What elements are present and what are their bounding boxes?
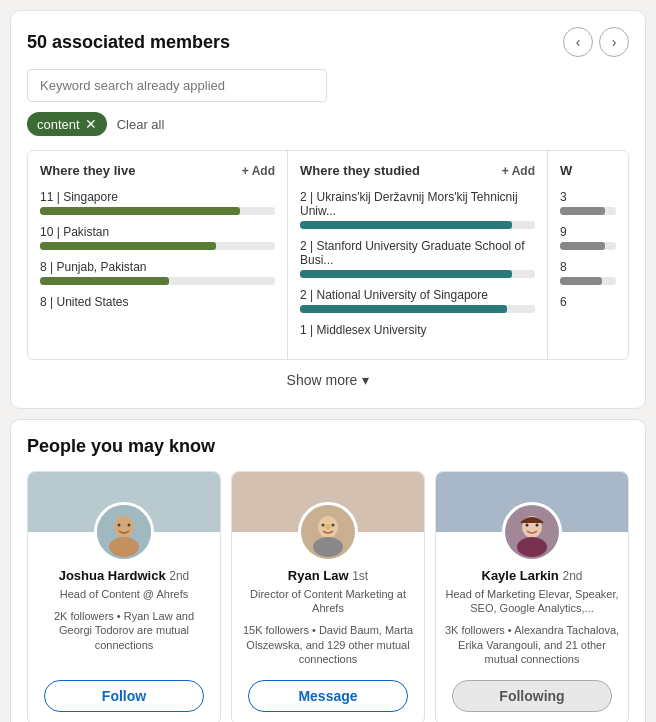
svg-point-9: [332, 524, 335, 527]
studied-bar-3-fill: [300, 305, 507, 313]
studied-item-2-label: 2 | Stanford University Graduate School …: [300, 239, 535, 267]
person-name-1: Ryan Law 1st: [232, 568, 424, 585]
follow-button-0[interactable]: Follow: [44, 680, 204, 712]
tag-label: content: [37, 117, 80, 132]
filters-grid: Where they live + Add 11 | Singapore 10 …: [27, 150, 629, 360]
avatar-0: [94, 502, 154, 562]
where-they-live-add-btn[interactable]: + Add: [242, 164, 275, 178]
nav-buttons: ‹ ›: [563, 27, 629, 57]
avatar-2: [502, 502, 562, 562]
third-item-1-label: 3: [560, 190, 616, 204]
studied-item-3-label: 2 | National University of Singapore: [300, 288, 535, 302]
keyword-search-input[interactable]: [27, 69, 327, 102]
live-item-3-label: 8 | Punjab, Pakistan: [40, 260, 275, 274]
studied-bar-2-fill: [300, 270, 512, 278]
studied-bar-3-bg: [300, 305, 535, 313]
studied-bar-2-bg: [300, 270, 535, 278]
people-grid: Joshua Hardwick 2nd Head of Content @ Ah…: [27, 471, 629, 722]
avatar-svg-2: [505, 505, 559, 559]
person-avatar-wrap-1: [232, 502, 424, 562]
svg-point-4: [128, 524, 131, 527]
chevron-down-icon: ▾: [362, 372, 369, 388]
svg-point-7: [313, 537, 343, 557]
card-header: 50 associated members ‹ ›: [27, 27, 629, 57]
third-item-2: 9: [560, 225, 616, 250]
third-bar-2-fill: [560, 242, 605, 250]
third-col-header: W: [560, 163, 616, 178]
person-card-1: Ryan Law 1st Director of Content Marketi…: [231, 471, 425, 722]
tag-close-icon[interactable]: ✕: [85, 116, 97, 132]
show-more-button[interactable]: Show more ▾: [27, 360, 629, 392]
studied-bar-1-fill: [300, 221, 512, 229]
following-button-2[interactable]: Following: [452, 680, 612, 712]
svg-point-13: [517, 537, 547, 557]
svg-point-1: [114, 516, 134, 538]
live-bar-2-bg: [40, 242, 275, 250]
studied-bar-1-bg: [300, 221, 535, 229]
where-they-live-header: Where they live + Add: [40, 163, 275, 178]
where-they-live-label: Where they live: [40, 163, 135, 178]
show-more-label: Show more: [287, 372, 358, 388]
live-bar-2-fill: [40, 242, 216, 250]
where-they-live-col: Where they live + Add 11 | Singapore 10 …: [28, 151, 288, 359]
person-card-2: Kayle Larkin 2nd Head of Marketing Eleva…: [435, 471, 629, 722]
live-item-3: 8 | Punjab, Pakistan: [40, 260, 275, 285]
third-item-2-label: 9: [560, 225, 616, 239]
avatar-svg-0: [97, 505, 151, 559]
avatar-svg-1: [301, 505, 355, 559]
person-name-2: Kayle Larkin 2nd: [436, 568, 628, 585]
live-bar-3-fill: [40, 277, 169, 285]
people-section-title: People you may know: [27, 436, 629, 457]
person-followers-2: 3K followers • Alexandra Tachalova, Erik…: [436, 617, 628, 672]
live-item-1-label: 11 | Singapore: [40, 190, 275, 204]
third-bar-1-bg: [560, 207, 616, 215]
where-they-studied-add-btn[interactable]: + Add: [502, 164, 535, 178]
svg-point-3: [118, 524, 121, 527]
live-bar-1-bg: [40, 207, 275, 215]
where-they-studied-col: Where they studied + Add 2 | Ukrains'kij…: [288, 151, 548, 359]
live-bar-3-bg: [40, 277, 275, 285]
live-item-2-label: 10 | Pakistan: [40, 225, 275, 239]
person-followers-1: 15K followers • David Baum, Marta Olszew…: [232, 617, 424, 672]
svg-point-10: [325, 524, 331, 530]
third-col-label: W: [560, 163, 572, 178]
clear-all-button[interactable]: Clear all: [117, 117, 165, 132]
person-avatar-wrap-0: [28, 502, 220, 562]
person-avatar-wrap-2: [436, 502, 628, 562]
studied-item-3: 2 | National University of Singapore: [300, 288, 535, 313]
third-filter-col: W 3 9 8 6: [548, 151, 628, 359]
person-name-0: Joshua Hardwick 2nd: [28, 568, 220, 585]
svg-point-14: [526, 524, 529, 527]
svg-point-8: [322, 524, 325, 527]
third-item-1: 3: [560, 190, 616, 215]
active-filter-tag[interactable]: content ✕: [27, 112, 107, 136]
where-they-studied-label: Where they studied: [300, 163, 420, 178]
person-followers-0: 2K followers • Ryan Law and Georgi Todor…: [28, 603, 220, 672]
third-item-3-label: 8: [560, 260, 616, 274]
person-action-2: Following: [436, 672, 628, 722]
live-item-1: 11 | Singapore: [40, 190, 275, 215]
live-item-4-label: 8 | United States: [40, 295, 275, 309]
third-item-4-label: 6: [560, 295, 616, 309]
person-title-0: Head of Content @ Ahrefs: [28, 585, 220, 603]
live-item-4: 8 | United States: [40, 295, 275, 309]
person-action-0: Follow: [28, 672, 220, 722]
studied-item-2: 2 | Stanford University Graduate School …: [300, 239, 535, 278]
third-bar-3-fill: [560, 277, 602, 285]
third-item-3: 8: [560, 260, 616, 285]
people-you-may-know-card: People you may know: [10, 419, 646, 722]
studied-item-1: 2 | Ukrains'kij Deržavnij Mors'kij Tehni…: [300, 190, 535, 229]
svg-point-2: [109, 537, 139, 557]
filter-row: content ✕ Clear all: [27, 112, 629, 136]
svg-point-15: [536, 524, 539, 527]
live-bar-1-fill: [40, 207, 240, 215]
third-bar-1-fill: [560, 207, 605, 215]
message-button-1[interactable]: Message: [248, 680, 408, 712]
nav-next-button[interactable]: ›: [599, 27, 629, 57]
studied-item-4-label: 1 | Middlesex University: [300, 323, 535, 337]
associated-members-card: 50 associated members ‹ › content ✕ Clea…: [10, 10, 646, 409]
where-they-studied-header: Where they studied + Add: [300, 163, 535, 178]
avatar-1: [298, 502, 358, 562]
third-item-4: 6: [560, 295, 616, 309]
nav-prev-button[interactable]: ‹: [563, 27, 593, 57]
